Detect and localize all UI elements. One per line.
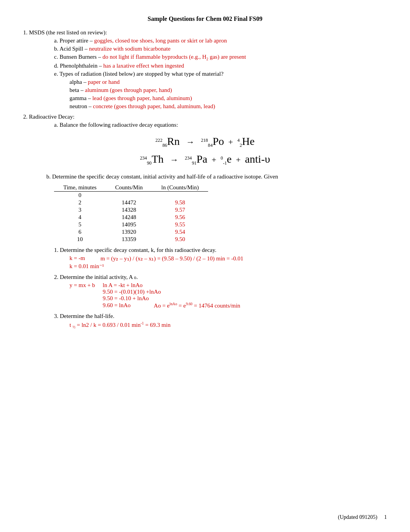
q1d: d. Phenolphthalein – has a laxative effe… — [54, 63, 387, 69]
table-row: 0 — [54, 191, 208, 199]
gamma-label: gamma – — [69, 95, 91, 101]
cell-counts: 14095 — [106, 221, 152, 228]
cell-ln: 9.54 — [152, 228, 208, 236]
q1e-beta: beta – aluminum (goes through paper, han… — [69, 87, 387, 93]
sub1-work1-right: m = (y₂ – y₁) / (x₂ – x₁) = (9.58 – 9.50… — [100, 255, 243, 262]
beta-label: beta – — [69, 87, 83, 93]
q1b: b. Acid Spill – neutralize with sodium b… — [54, 46, 387, 52]
cell-time: 3 — [54, 206, 106, 214]
cell-counts: 14248 — [106, 214, 152, 221]
table-row: 10133599.50 — [54, 236, 208, 243]
sub1-work1-left: k = -m — [69, 255, 85, 262]
q1b-answer: neutralize with sodium bicarbonate — [89, 46, 170, 52]
q2b-label: b. Determine the specific decay constant… — [46, 173, 387, 180]
cell-ln: 9.55 — [152, 221, 208, 228]
sub1-work1: k = -m m = (y₂ – y₁) / (x₂ – x₁) = (9.58… — [69, 255, 387, 262]
col-header-ln: ln (Counts/Min) — [152, 184, 208, 192]
q1e-gamma: gamma – lead (goes through paper, hand, … — [69, 95, 387, 102]
table-row: 4142489.56 — [54, 214, 208, 221]
alpha-answer: paper or hand — [88, 79, 119, 85]
beta-answer: aluminum (goes through paper, hand) — [85, 87, 172, 93]
sub2-label: 2. Determine the initial activity, A ₀. — [54, 274, 387, 280]
sub2-ymxb: y = mx + b — [69, 282, 95, 289]
q1e: e. Types of radiation (listed below) are… — [54, 71, 387, 77]
sub2-work-block: y = mx + b ln A = -kt + lnAo 9.50 = -(0.… — [69, 282, 387, 309]
sub2-work-line4: 9.60 = lnAo — [103, 302, 130, 309]
cell-counts — [106, 191, 152, 199]
q2-label: 2. Radioactive Decay: — [23, 114, 387, 120]
cell-counts: 13359 — [106, 236, 152, 243]
table-row: 5140959.55 — [54, 221, 208, 228]
q1e-alpha: alpha – paper or hand — [69, 79, 387, 85]
cell-ln: 9.58 — [152, 199, 208, 206]
q1e-label: e. Types of radiation (listed below) are… — [54, 71, 224, 77]
q1c-label: c. Bunsen Burners – — [54, 54, 101, 60]
neutron-label: neutron – — [69, 103, 91, 109]
cell-counts: 14472 — [106, 199, 152, 206]
data-table-wrap: Time, minutes Counts/Min ln (Counts/Min)… — [54, 184, 387, 243]
footer: (Updated 091205) 1 — [338, 514, 387, 520]
data-table: Time, minutes Counts/Min ln (Counts/Min)… — [54, 184, 208, 243]
equation-1: 22286Rn → 21884Po + 42He — [23, 135, 387, 148]
q2a-label: a. Balance the following radioactive dec… — [54, 122, 387, 128]
table-row: 2144729.58 — [54, 199, 208, 206]
q1a-answer: goggles, closed toe shoes, long pants or… — [94, 37, 227, 44]
q1e-neutron: neutron – concrete (goes through paper, … — [69, 103, 387, 110]
cell-ln: 9.57 — [152, 206, 208, 214]
q1b-label: b. Acid Spill – — [54, 46, 88, 52]
cell-time: 10 — [54, 236, 106, 243]
col-header-time: Time, minutes — [54, 184, 106, 192]
q1-label: 1. MSDS (the rest listed on review): — [23, 29, 387, 36]
neutron-answer: concrete (goes through paper, hand, alum… — [93, 103, 215, 109]
cell-time: 6 — [54, 228, 106, 236]
q1c-answer: do not light if flammable byproducts (e.… — [102, 54, 246, 60]
page-title: Sample Questions for Chem 002 Final FS09 — [23, 15, 387, 22]
sub2-right-col: ln A = -kt + lnAo 9.50 = -(0.01)(10) +ln… — [103, 282, 240, 309]
sub1-work2: k = 0.01 min⁻¹ — [69, 263, 387, 270]
sub1-label: 1. Determine the specific decay constant… — [54, 247, 387, 253]
question-2: 2. Radioactive Decay: a. Balance the fol… — [23, 114, 387, 329]
cell-ln — [152, 191, 208, 199]
sub2-work-line3: 9.50 = -0.10 + lnAo — [103, 295, 240, 302]
sub2-work-line2: 9.50 = -(0.01)(10) +lnAo — [103, 289, 240, 295]
footer-updated: (Updated 091205) — [338, 514, 377, 520]
q1a-label: a. Proper attire – — [54, 37, 93, 44]
cell-counts: 13920 — [106, 228, 152, 236]
sub2-answer: Ao = elnAo = e9.60 = 14764 counts/min — [154, 302, 240, 309]
cell-ln: 9.50 — [152, 236, 208, 243]
sub3-label: 3. Determine the half-life. — [54, 313, 387, 320]
sub3-work: t ½ = ln2 / k = 0.693 / 0.01 min-1 = 69.… — [69, 321, 387, 329]
col-header-counts: Counts/Min — [106, 184, 152, 192]
alpha-label: alpha – — [69, 79, 86, 85]
equations-block: 22286Rn → 21884Po + 42He 23490Th → 23491… — [23, 135, 387, 167]
cell-time: 0 — [54, 191, 106, 199]
q1c: c. Bunsen Burners – do not light if flam… — [54, 54, 387, 61]
question-1: 1. MSDS (the rest listed on review): a. … — [23, 29, 387, 110]
q1d-label: d. Phenolphthalein – — [54, 63, 102, 69]
sub2-work-row1: y = mx + b ln A = -kt + lnAo 9.50 = -(0.… — [69, 282, 387, 309]
cell-counts: 14328 — [106, 206, 152, 214]
sub2-work-line1: ln A = -kt + lnAo — [103, 282, 240, 289]
cell-time: 4 — [54, 214, 106, 221]
cell-ln: 9.56 — [152, 214, 208, 221]
table-row: 3143289.57 — [54, 206, 208, 214]
cell-time: 5 — [54, 221, 106, 228]
q1d-answer: has a laxative effect when ingested — [103, 63, 184, 69]
equation-2: 23490Th → 23491Pa + 0-1e + anti-υ — [23, 153, 387, 166]
cell-time: 2 — [54, 199, 106, 206]
sub2-work-line4-row: 9.60 = lnAo Ao = elnAo = e9.60 = 14764 c… — [103, 302, 240, 309]
q1a: a. Proper attire – goggles, closed toe s… — [54, 37, 387, 44]
table-row: 6139209.54 — [54, 228, 208, 236]
footer-page: 1 — [384, 514, 387, 520]
gamma-answer: lead (goes through paper, hand, aluminum… — [92, 95, 192, 101]
